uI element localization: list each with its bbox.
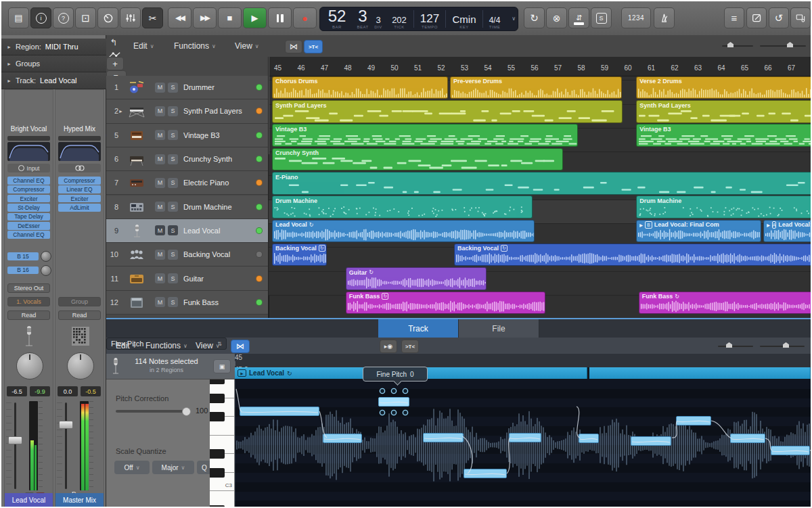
stop-button[interactable]: ■ — [218, 7, 242, 28]
count-in-button[interactable]: 1234 — [621, 7, 651, 28]
mute-button[interactable]: M — [155, 178, 165, 188]
mute-button[interactable]: M — [155, 202, 165, 212]
play-button[interactable]: ▶ — [243, 7, 267, 28]
track-status-dot[interactable] — [256, 132, 263, 139]
inspector-button[interactable]: i — [30, 7, 51, 28]
library-button[interactable]: ▤ — [8, 7, 29, 28]
editor-vertical-zoom-thumb[interactable] — [726, 342, 732, 348]
editor-horizontal-zoom-thumb[interactable] — [783, 342, 789, 348]
solo-button[interactable]: S — [168, 273, 178, 283]
smart-controls-button[interactable] — [97, 7, 118, 28]
region[interactable]: ▶BLead Vocal: Final Com — [636, 220, 761, 243]
groups-inspector-header[interactable]: ► Groups — [1, 55, 106, 72]
list-editors-button[interactable]: ≡ — [724, 7, 744, 28]
send-knob[interactable] — [41, 251, 51, 262]
mute-button[interactable]: M — [155, 297, 165, 307]
track-status-dot[interactable] — [256, 204, 263, 210]
flex-pitch-note[interactable] — [464, 469, 507, 478]
media-browser-button[interactable] — [790, 7, 811, 28]
flex-pitch-note[interactable] — [240, 407, 319, 416]
region-inspector-header[interactable]: ► Region: MIDI Thru — [1, 39, 106, 55]
track-status-dot[interactable] — [256, 299, 263, 306]
mute-button[interactable]: M — [155, 154, 165, 164]
region[interactable]: Backing Vocal↻ — [454, 244, 811, 267]
region[interactable]: Drum Machine — [272, 195, 533, 218]
track-status-dot[interactable] — [256, 227, 263, 234]
record-button[interactable]: ● — [293, 7, 317, 28]
plugin-slot[interactable]: Channel EQ — [7, 231, 50, 239]
mute-button[interactable]: M — [155, 106, 165, 116]
mute-button[interactable]: M — [155, 130, 165, 140]
mute-button[interactable]: M — [155, 273, 165, 283]
note-pads-button[interactable] — [746, 7, 767, 28]
region[interactable]: Funk Bass↻ — [639, 292, 811, 315]
automation-mode-button[interactable]: Read — [7, 310, 50, 320]
solo-button[interactable]: S — [168, 225, 178, 235]
scale-root-select[interactable]: Off∨ — [114, 461, 150, 474]
pan-knob[interactable] — [67, 352, 94, 379]
menu-view[interactable]: View∨ — [235, 39, 259, 53]
pitch-correction-slider[interactable] — [116, 410, 189, 413]
plugin-slot[interactable]: Exciter — [58, 195, 101, 203]
catch-playhead-button[interactable]: ↰ — [106, 35, 121, 49]
setting-button[interactable] — [7, 136, 50, 141]
region[interactable]: Lead Vocal↻ — [272, 220, 535, 243]
mute-button[interactable]: M — [155, 83, 165, 93]
pan-value[interactable]: -6.5 — [7, 386, 27, 396]
piano-black-key[interactable] — [210, 394, 225, 403]
solo-button[interactable]: S — [168, 297, 178, 307]
cycle-button[interactable]: ↻ — [524, 7, 545, 28]
catch-button[interactable]: ▸◉ — [380, 340, 397, 353]
add-track-button[interactable]: + — [106, 57, 124, 70]
tab-file[interactable]: File — [459, 319, 539, 338]
fader-track[interactable] — [14, 402, 16, 489]
solo-button[interactable]: S — [168, 130, 178, 140]
pan-knob[interactable] — [16, 352, 43, 379]
region[interactable]: Crunchy Synth — [272, 148, 563, 171]
region[interactable]: Guitar↻ — [346, 267, 487, 290]
vertical-zoom-slider[interactable] — [722, 45, 753, 47]
plugin-slot[interactable]: Compressor — [7, 185, 50, 193]
region[interactable]: Pre-verse Drums — [450, 76, 623, 99]
region[interactable]: Synth Pad Layers — [636, 100, 811, 123]
region[interactable]: Drum Machine — [636, 195, 811, 218]
track-inspector-header[interactable]: ► Track: Lead Vocal — [1, 72, 106, 89]
region[interactable]: Backing Vocal↻ — [272, 244, 327, 267]
plugin-slot[interactable]: Exciter — [7, 195, 50, 203]
region[interactable]: Chorus Drums — [272, 76, 448, 99]
send-slot[interactable]: B 16 — [7, 267, 39, 275]
send-slot[interactable]: B 15 — [7, 252, 39, 260]
editor-region-lane[interactable]: ▶Lead Vocal↻ — [235, 367, 811, 379]
piano-black-key[interactable] — [210, 412, 225, 421]
editor-horizontal-zoom-slider[interactable] — [760, 346, 805, 347]
track-status-dot[interactable] — [256, 275, 263, 282]
quick-help-button[interactable]: ? — [53, 7, 74, 28]
mixer-button[interactable] — [120, 7, 141, 28]
plugin-slot[interactable]: St-Delay — [7, 204, 50, 212]
editor-vertical-zoom-slider[interactable] — [718, 346, 753, 347]
plugin-slot[interactable]: AdLimit — [58, 204, 101, 212]
setting-button[interactable] — [58, 136, 101, 141]
plugin-slot[interactable]: Compressor — [58, 177, 101, 185]
track-header-row[interactable]: 12MSFunk Bass — [106, 291, 268, 315]
editor-menu-view[interactable]: View∨ — [196, 339, 220, 352]
flex-pitch-note[interactable] — [579, 434, 599, 443]
editor-menu-edit[interactable]: Edit∨ — [116, 339, 137, 352]
menu-edit[interactable]: Edit∨ — [133, 39, 154, 53]
solo-button[interactable]: S — [168, 154, 178, 164]
metronome-button[interactable] — [654, 7, 675, 28]
track-status-dot[interactable] — [256, 251, 263, 258]
scale-type-select[interactable]: Major∨ — [152, 461, 194, 474]
solo-button[interactable]: S — [168, 106, 178, 116]
channel-strip-name[interactable]: Bright Vocal — [5, 125, 53, 133]
gain-value[interactable]: -0.5 — [81, 386, 101, 396]
solo-button[interactable]: S — [591, 7, 612, 28]
track-header-row[interactable]: 6MSCrunchy Synth — [106, 147, 268, 171]
channel-strip-label[interactable]: Lead Vocal — [5, 493, 53, 507]
solo-button[interactable]: S — [168, 83, 178, 93]
eq-thumbnail[interactable] — [7, 142, 50, 161]
flex-pitch-note[interactable] — [323, 434, 362, 443]
plugin-slot[interactable]: DeEsser — [7, 222, 50, 230]
loop-browser-button[interactable]: ↺ — [769, 7, 789, 28]
flex-catch-button[interactable]: >T< — [401, 340, 419, 353]
